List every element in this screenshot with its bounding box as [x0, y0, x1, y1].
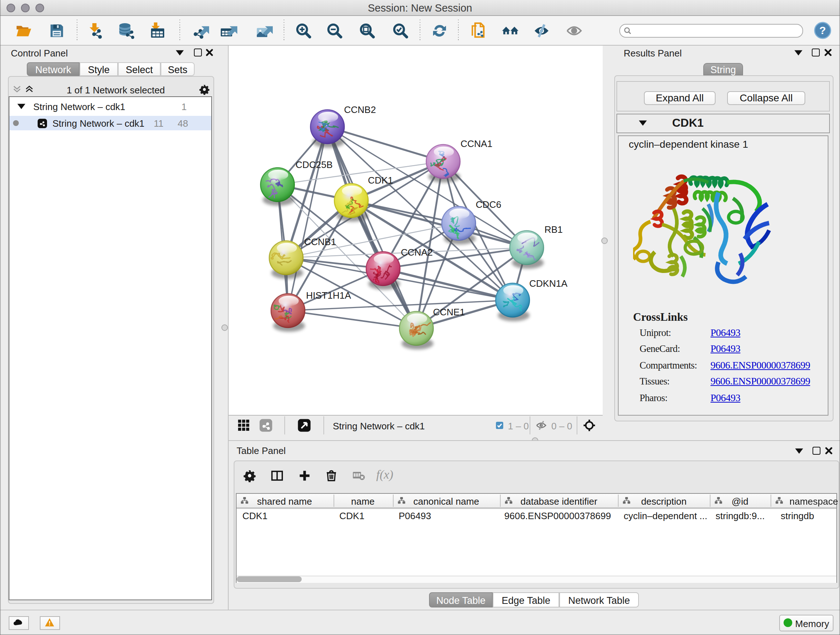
svg-text:CDK1: CDK1: [368, 175, 393, 186]
svg-text:CDC25B: CDC25B: [295, 159, 333, 170]
svg-text:CCNE1: CCNE1: [433, 307, 465, 318]
svg-text:CDC6: CDC6: [476, 199, 501, 210]
svg-text:HIST1H1A: HIST1H1A: [306, 290, 351, 301]
svg-text:CCNB2: CCNB2: [344, 104, 376, 115]
svg-text:RB1: RB1: [545, 224, 563, 235]
svg-text:CCNB1: CCNB1: [304, 236, 336, 247]
svg-text:CCNA1: CCNA1: [461, 138, 493, 149]
svg-text:CDKN1A: CDKN1A: [529, 278, 568, 289]
svg-text:?: ?: [819, 24, 826, 36]
svg-text:CCNA2: CCNA2: [401, 247, 433, 258]
